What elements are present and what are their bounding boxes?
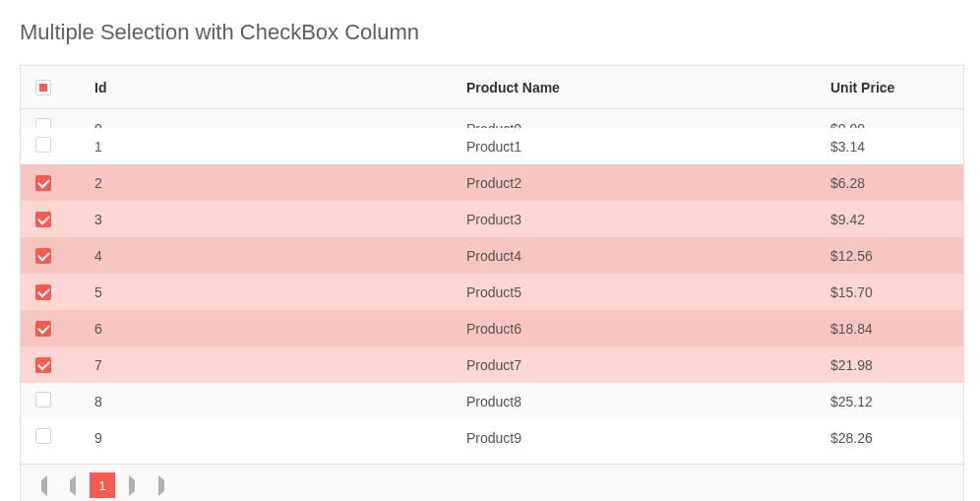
- cell-id: 5: [80, 284, 452, 300]
- table-row[interactable]: 5 Product5 $15.70: [21, 274, 963, 310]
- page-title: Multiple Selection with CheckBox Column: [20, 20, 960, 45]
- row-select-checkbox[interactable]: [35, 175, 51, 191]
- cell-id: 8: [80, 394, 452, 409]
- cell-product-name: Product9: [452, 430, 816, 446]
- row-select-checkbox[interactable]: [35, 357, 51, 373]
- pager-first-button[interactable]: [31, 472, 56, 498]
- cell-unit-price: $12.56: [816, 248, 963, 264]
- row-select-checkbox[interactable]: [35, 118, 51, 128]
- cell-id: 9: [80, 430, 452, 446]
- cell-product-name: Product8: [452, 394, 816, 409]
- pager-next-button[interactable]: [119, 472, 145, 498]
- row-select-checkbox[interactable]: [35, 321, 51, 337]
- cell-unit-price: $3.14: [816, 139, 963, 155]
- row-select-checkbox[interactable]: [35, 428, 51, 444]
- cell-product-name: Product0: [452, 121, 816, 128]
- row-select-checkbox[interactable]: [35, 392, 51, 407]
- table-row[interactable]: 9 Product9 $28.26: [21, 419, 963, 456]
- cell-id: 3: [80, 212, 452, 227]
- cell-id: 6: [80, 321, 452, 337]
- cell-id: 0: [80, 121, 452, 128]
- pager: 1: [21, 464, 963, 501]
- table-row[interactable]: 7 Product7 $21.98: [21, 346, 963, 383]
- pager-last-button[interactable]: [149, 472, 174, 498]
- pager-prev-button[interactable]: [60, 472, 86, 498]
- row-select-checkbox[interactable]: [35, 284, 51, 300]
- cell-product-name: Product7: [452, 357, 816, 373]
- cell-product-name: Product3: [452, 212, 816, 227]
- grid-header-row: Id Product Name Unit Price: [21, 66, 963, 109]
- cell-unit-price: $28.26: [816, 430, 963, 446]
- cell-product-name: Product2: [452, 175, 816, 191]
- grid-body[interactable]: 0 Product0 $0.00 1 Product1 $3.14 2 Prod…: [21, 109, 963, 464]
- row-select-checkbox[interactable]: [35, 248, 51, 264]
- table-row[interactable]: 1 Product1 $3.14: [21, 128, 963, 164]
- pager-page-1-button[interactable]: 1: [90, 472, 115, 498]
- table-row[interactable]: 6 Product6 $18.84: [21, 310, 963, 346]
- cell-unit-price: $0.00: [816, 121, 963, 128]
- cell-product-name: Product1: [452, 139, 816, 155]
- row-select-checkbox[interactable]: [35, 212, 51, 227]
- row-select-checkbox[interactable]: [35, 137, 51, 153]
- cell-unit-price: $15.70: [816, 284, 963, 300]
- cell-unit-price: $21.98: [816, 357, 963, 373]
- column-header-product-name[interactable]: Product Name: [452, 80, 816, 95]
- table-row[interactable]: 2 Product2 $6.28: [21, 164, 963, 201]
- column-header-unit-price[interactable]: Unit Price: [816, 80, 963, 95]
- data-grid: Id Product Name Unit Price 0 Product0 $0…: [20, 65, 964, 501]
- cell-id: 4: [80, 248, 452, 264]
- table-row[interactable]: 3 Product3 $9.42: [21, 201, 963, 237]
- chevron-right-icon: [158, 480, 164, 491]
- cell-id: 2: [80, 175, 452, 191]
- table-row[interactable]: 8 Product8 $25.12: [21, 383, 963, 419]
- select-all-header-cell: [21, 79, 80, 95]
- select-all-checkbox[interactable]: [35, 80, 51, 95]
- chevron-left-icon: [41, 480, 47, 491]
- cell-unit-price: $25.12: [816, 394, 963, 409]
- table-row[interactable]: 4 Product4 $12.56: [21, 237, 963, 274]
- cell-unit-price: $6.28: [816, 175, 963, 191]
- chevron-left-icon: [70, 480, 76, 491]
- cell-product-name: Product6: [452, 321, 816, 337]
- cell-product-name: Product4: [452, 248, 816, 264]
- cell-id: 1: [80, 139, 452, 155]
- table-row[interactable]: 0 Product0 $0.00: [21, 109, 963, 128]
- cell-product-name: Product5: [452, 284, 816, 300]
- cell-id: 7: [80, 357, 452, 373]
- cell-unit-price: $18.84: [816, 321, 963, 337]
- chevron-right-icon: [129, 480, 135, 491]
- column-header-id[interactable]: Id: [80, 80, 452, 95]
- cell-unit-price: $9.42: [816, 212, 963, 227]
